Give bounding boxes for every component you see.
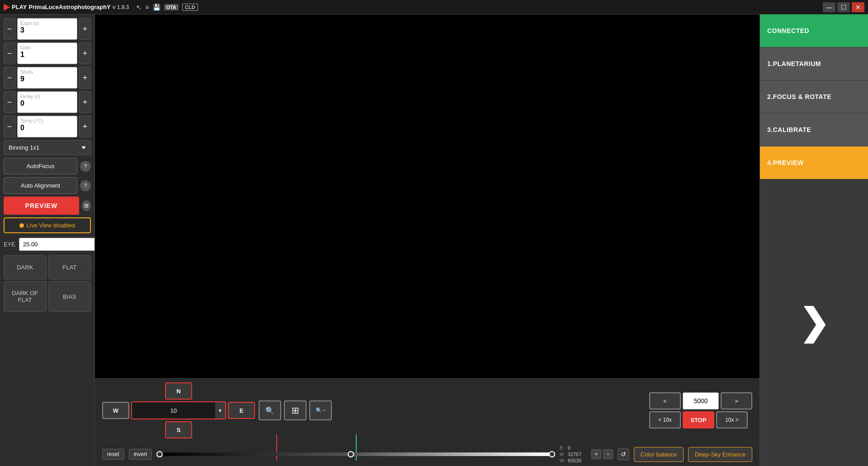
calib-grid: DARK FLAT DARK OF FLAT BIAS bbox=[4, 255, 91, 312]
histogram-red-line bbox=[276, 434, 277, 461]
autofocus-info-button[interactable]: ? bbox=[80, 161, 91, 172]
shots-value: 9 bbox=[20, 75, 74, 83]
goto-prev10-button[interactable]: < 10x bbox=[649, 411, 681, 428]
auto-alignment-info-button[interactable]: ? bbox=[80, 180, 91, 191]
gain-plus-button[interactable]: + bbox=[79, 42, 91, 64]
right-panel: CONNECTED 1.PLANETARIUM 2.FOCUS & ROTATE… bbox=[760, 14, 868, 466]
stop-button[interactable]: STOP bbox=[683, 411, 714, 428]
bias-button[interactable]: BIAS bbox=[48, 281, 91, 312]
hist-plus-minus: + − bbox=[591, 449, 613, 459]
flat-button[interactable]: FLAT bbox=[48, 255, 91, 279]
expo-plus-button[interactable]: + bbox=[79, 18, 91, 40]
invert-button[interactable]: invert bbox=[129, 449, 152, 460]
w-value-row: W 65535 bbox=[560, 458, 587, 463]
temp-minus-button[interactable]: − bbox=[4, 116, 15, 137]
dark-of-flat-button[interactable]: DARK OF FLAT bbox=[4, 281, 47, 312]
color-balance-button[interactable]: Color balance bbox=[634, 447, 684, 462]
south-button[interactable]: S bbox=[165, 421, 192, 438]
live-dot bbox=[19, 223, 24, 228]
refresh-button[interactable]: ↺ bbox=[618, 448, 629, 460]
preview-row: PREVIEW ⊞ bbox=[4, 197, 91, 215]
hist-minus-button[interactable]: − bbox=[603, 449, 613, 459]
expo-label: Expo (s) bbox=[20, 20, 74, 26]
histogram-track[interactable] bbox=[156, 452, 555, 456]
histogram-thumb-right[interactable] bbox=[549, 451, 555, 457]
preview-info-button[interactable]: ⊞ bbox=[82, 200, 91, 211]
delay-label: Delay (s) bbox=[20, 94, 74, 99]
step-input[interactable] bbox=[131, 401, 215, 419]
save-icon[interactable]: 💾 bbox=[153, 4, 160, 11]
maximize-button[interactable]: ☐ bbox=[837, 2, 850, 12]
goto-top-row: < > bbox=[649, 392, 752, 410]
zoom-fit-button[interactable]: ⊞ bbox=[284, 400, 307, 420]
shots-field: Shots 9 bbox=[17, 67, 77, 89]
expo-field: Expo (s) 3 bbox=[17, 18, 77, 40]
brand-name: PrimaLuceAstrophotographY bbox=[28, 4, 110, 10]
auto-alignment-row: Auto Alignment ? bbox=[4, 177, 91, 194]
delay-plus-button[interactable]: + bbox=[79, 91, 91, 113]
cursor-icon[interactable]: ↖ bbox=[136, 4, 142, 11]
dark-button[interactable]: DARK bbox=[4, 255, 47, 279]
calibrate-button[interactable]: 3.CALIBRATE bbox=[760, 113, 868, 146]
settings-icon[interactable]: ≡ bbox=[145, 4, 149, 11]
preview-button[interactable]: PREVIEW bbox=[4, 197, 79, 215]
histogram-thumb-mid[interactable] bbox=[348, 451, 354, 457]
histogram-values: B 0 M 32767 W 65535 bbox=[560, 445, 587, 463]
focus-rotate-button[interactable]: 2.FOCUS & ROTATE bbox=[760, 80, 868, 113]
gain-control: − Gain 1 + bbox=[4, 42, 91, 64]
eye-input[interactable] bbox=[19, 238, 95, 251]
shots-label: Shots bbox=[20, 69, 74, 75]
temp-plus-button[interactable]: + bbox=[79, 116, 91, 137]
minimize-button[interactable]: — bbox=[823, 2, 835, 12]
delay-field: Delay (s) 0 bbox=[17, 91, 77, 113]
reset-button[interactable]: reset bbox=[102, 449, 124, 460]
chevron-icon: ❯ bbox=[799, 305, 830, 341]
gain-field: Gain 1 bbox=[17, 42, 77, 64]
binning-select[interactable]: Binning 1x1 Binning 2x2 Binning 3x3 bbox=[4, 140, 91, 155]
histogram-thumb-left[interactable] bbox=[156, 451, 163, 457]
autofocus-button[interactable]: AutoFocus bbox=[4, 158, 77, 174]
gain-minus-button[interactable]: − bbox=[4, 42, 15, 64]
shots-plus-button[interactable]: + bbox=[79, 67, 91, 89]
play-icon bbox=[4, 4, 10, 11]
gain-value: 1 bbox=[20, 51, 74, 59]
titlebar: PLAY PrimaLuceAstrophotographY v 1.9.3 ↖… bbox=[0, 0, 868, 14]
shots-minus-button[interactable]: − bbox=[4, 67, 15, 89]
eye-row: EYE bbox=[4, 238, 91, 251]
expo-minus-button[interactable]: − bbox=[4, 18, 15, 40]
step-dropdown-icon[interactable]: ▼ bbox=[215, 401, 226, 419]
zoom-in-button[interactable]: 🔍 bbox=[259, 400, 281, 420]
connected-button[interactable]: CONNECTED bbox=[760, 14, 868, 47]
zoom-controls: 🔍 ⊞ 🔍− bbox=[259, 400, 332, 420]
w-label: W bbox=[560, 458, 566, 463]
hist-plus-button[interactable]: + bbox=[591, 449, 601, 459]
app-name: PLAY bbox=[12, 4, 27, 10]
goto-next10-button[interactable]: 10x > bbox=[716, 411, 748, 428]
m-value: 32767 bbox=[568, 452, 582, 457]
app-logo: PLAY PrimaLuceAstrophotographY v 1.9.3 bbox=[4, 4, 129, 11]
zoom-out-button[interactable]: 🔍− bbox=[309, 400, 332, 420]
auto-alignment-button[interactable]: Auto Alignment bbox=[4, 177, 77, 194]
north-button[interactable]: N bbox=[165, 382, 192, 400]
temp-field: Temp (°C) 0 bbox=[17, 116, 77, 137]
histogram-green-line bbox=[356, 434, 357, 461]
delay-minus-button[interactable]: − bbox=[4, 91, 15, 113]
east-button[interactable]: E bbox=[228, 402, 255, 419]
west-button[interactable]: W bbox=[102, 402, 129, 419]
ota-badge: OTA bbox=[164, 4, 179, 10]
goto-value-input[interactable] bbox=[683, 392, 719, 410]
live-view-label: Live View disabled bbox=[27, 222, 75, 229]
preview-section-button[interactable]: 4.PREVIEW bbox=[760, 146, 868, 179]
goto-prev-button[interactable]: < bbox=[649, 392, 681, 410]
live-view-button[interactable]: Live View disabled bbox=[4, 217, 91, 233]
deep-sky-button[interactable]: Deep-Sky Enhance bbox=[688, 447, 752, 462]
temp-value: 0 bbox=[20, 124, 74, 132]
planetarium-button[interactable]: 1.PLANETARIUM bbox=[760, 47, 868, 80]
w-value: 65535 bbox=[568, 458, 582, 463]
chevron-area[interactable]: ❯ bbox=[760, 179, 868, 466]
step-control: ▼ bbox=[131, 401, 226, 419]
b-value-row: B 0 bbox=[560, 445, 587, 451]
goto-next-button[interactable]: > bbox=[721, 392, 752, 410]
close-button[interactable]: ✕ bbox=[852, 2, 864, 12]
gain-label: Gain bbox=[20, 45, 74, 50]
